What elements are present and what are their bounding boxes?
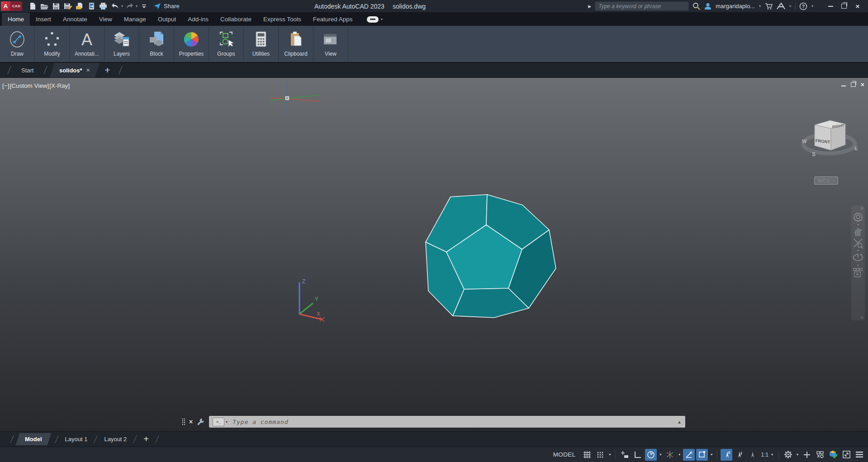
autodesk-dropdown-caret[interactable]: ▾ (789, 4, 791, 8)
zoom-extents-icon[interactable] (853, 238, 863, 248)
polar-tracking-caret[interactable]: ▾ (658, 452, 663, 457)
tab-layout2[interactable]: Layout 2 (101, 436, 129, 443)
viewport-minimize-icon[interactable] (841, 86, 846, 86)
graphics-performance-button[interactable] (827, 449, 839, 461)
search-icon[interactable] (693, 2, 700, 10)
orbit-icon[interactable] (853, 252, 863, 263)
object-snap-caret[interactable]: ▾ (709, 452, 714, 457)
wcs-menu[interactable]: WCS ▾ (814, 176, 838, 185)
annotation-scale-button[interactable] (747, 449, 759, 461)
viewport-close-icon[interactable]: × (861, 81, 864, 88)
close-button[interactable]: × (851, 0, 864, 12)
undo-button[interactable] (109, 1, 120, 11)
panel-utilities[interactable]: Utilities (244, 26, 279, 62)
panel-groups[interactable]: Groups (209, 26, 244, 62)
new-layout-button[interactable]: + (141, 434, 152, 444)
navbar-wheel-caret[interactable]: ▼ (857, 224, 860, 226)
help-dropdown-caret[interactable]: ▾ (811, 4, 813, 8)
viewport-view-menu[interactable]: [Custom View] (9, 82, 49, 89)
save-as-button[interactable] (62, 1, 73, 11)
user-dropdown-caret[interactable]: ▾ (759, 4, 761, 8)
snap-mode-caret[interactable]: ▾ (607, 452, 612, 457)
signed-in-user[interactable]: margaridaplo... (716, 3, 755, 10)
navbar-close-icon[interactable]: ⊗ (860, 206, 863, 210)
cart-icon[interactable] (765, 3, 773, 10)
file-tab-solidos[interactable]: solidos* × (50, 63, 100, 77)
redo-button[interactable] (124, 1, 135, 11)
tab-collaborate[interactable]: Collaborate (214, 13, 257, 26)
ortho-mode-button[interactable] (632, 449, 644, 461)
command-input-bar[interactable]: >_ ▾ ▲ (209, 416, 685, 428)
isometric-drafting-caret[interactable]: ▾ (677, 452, 682, 457)
dodecahedron-solid[interactable] (421, 192, 561, 323)
help-icon[interactable]: ? (799, 2, 807, 10)
navbar-customize-icon[interactable]: ⊖ (860, 315, 863, 319)
navigation-wheel-icon[interactable] (853, 212, 863, 223)
snap-mode-button[interactable] (594, 449, 606, 461)
qat-customize-button[interactable] (138, 1, 149, 11)
save-button[interactable] (51, 1, 62, 11)
customization-menu-button[interactable] (854, 449, 865, 461)
command-customize-wrench-icon[interactable] (197, 418, 205, 426)
annotation-visibility-button[interactable] (721, 449, 732, 461)
new-drawing-tab-button[interactable]: + (99, 63, 115, 77)
panel-modify[interactable]: Modify (35, 26, 70, 62)
panel-view[interactable]: View (313, 26, 348, 62)
quick-properties-button[interactable] (814, 449, 826, 461)
showmotion-icon[interactable] (853, 267, 863, 278)
ribbon-display-options[interactable]: ▾ (367, 13, 383, 26)
search-input[interactable] (595, 1, 689, 11)
drawing-canvas[interactable]: [−] [Custom View] [X-Ray] × (0, 78, 868, 431)
undo-dropdown-caret[interactable]: ▾ (121, 4, 123, 8)
viewport-restore-icon[interactable] (851, 82, 856, 87)
tab-output[interactable]: Output (152, 13, 182, 26)
viewport-menu-toggle[interactable]: [−] (2, 82, 9, 89)
workspace-switching-button[interactable] (782, 449, 794, 461)
tab-model[interactable]: Model (16, 433, 51, 445)
new-file-button[interactable] (27, 1, 38, 11)
tab-layout1[interactable]: Layout 1 (62, 436, 90, 443)
tab-manage[interactable]: Manage (118, 13, 152, 26)
annotation-monitor-button[interactable] (801, 449, 813, 461)
command-history-toggle-icon[interactable]: ▲ (677, 419, 682, 424)
command-close-icon[interactable]: × (189, 419, 193, 425)
isometric-drafting-button[interactable] (664, 449, 676, 461)
panel-draw[interactable]: Draw (0, 26, 35, 62)
object-snap-button[interactable] (696, 449, 708, 461)
panel-clipboard[interactable]: Clipboard (279, 26, 313, 62)
panel-annotation[interactable]: A Annotati... (70, 26, 104, 62)
restore-button[interactable] (837, 0, 851, 12)
file-tab-close-icon[interactable]: × (86, 67, 90, 74)
tab-view[interactable]: View (93, 13, 118, 26)
ucs-icon[interactable]: Z Y X (289, 277, 339, 327)
open-from-web-mobile-button[interactable] (86, 1, 97, 11)
workspace-caret[interactable]: ▾ (795, 452, 800, 457)
viewcube[interactable]: W S E FRONT RIGHT (798, 110, 862, 166)
navbar-zoom-caret[interactable]: ▼ (857, 249, 860, 252)
command-drag-grip[interactable] (182, 418, 185, 425)
tab-featured-apps[interactable]: Featured Apps (307, 13, 359, 26)
recent-commands-button[interactable]: >_ ▾ (213, 418, 228, 426)
minimize-button[interactable] (824, 0, 837, 12)
share-button[interactable]: Share (153, 3, 180, 10)
tab-home[interactable]: Home (2, 13, 30, 26)
autoscale-button[interactable] (734, 449, 745, 461)
navbar-orbit-caret[interactable]: ▼ (857, 264, 860, 267)
object-snap-tracking-button[interactable] (683, 449, 695, 461)
autodesk-logo-icon[interactable] (777, 3, 785, 10)
command-input[interactable] (232, 418, 673, 426)
user-avatar-icon[interactable] (704, 2, 712, 10)
annotation-scale-value[interactable]: 1:1 ▾ (760, 452, 775, 458)
redo-dropdown-caret[interactable]: ▾ (136, 4, 138, 8)
navigation-bar[interactable]: ⊗ ▼ ▼ ▼ (851, 205, 865, 320)
app-menu-button[interactable]: A CAD (1, 1, 22, 11)
plot-button[interactable] (98, 1, 109, 11)
panel-block[interactable]: Block (139, 26, 174, 62)
grid-display-button[interactable] (581, 449, 593, 461)
panel-layers[interactable]: Layers (104, 26, 139, 62)
file-tab-start[interactable]: Start (14, 63, 41, 77)
tab-insert[interactable]: Insert (30, 13, 57, 26)
pan-hand-icon[interactable] (853, 227, 863, 237)
open-file-button[interactable] (39, 1, 50, 11)
open-sheet-set-button[interactable] (74, 1, 85, 11)
